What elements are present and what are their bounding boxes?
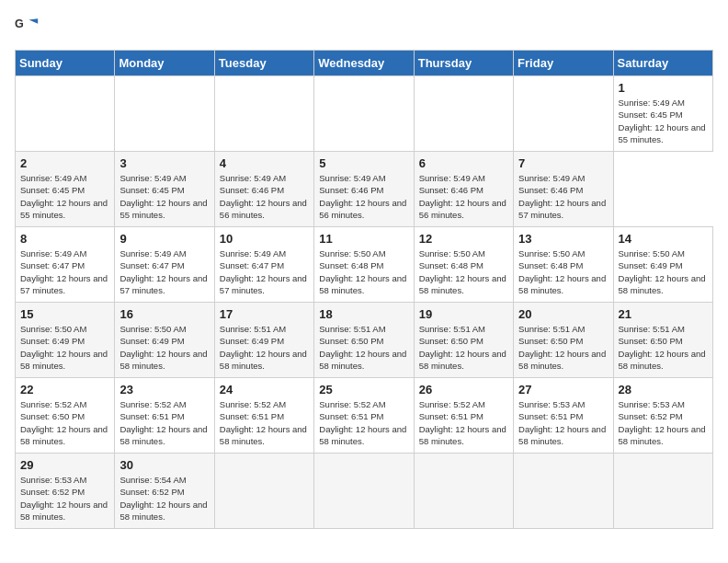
day-info: Sunrise: 5:50 AMSunset: 6:48 PMDaylight:…	[518, 248, 606, 295]
day-header-wednesday: Wednesday	[314, 51, 414, 76]
day-number: 2	[20, 156, 109, 170]
calendar-cell: 7 Sunrise: 5:49 AMSunset: 6:46 PMDayligh…	[514, 152, 613, 227]
day-info: Sunrise: 5:52 AMSunset: 6:50 PMDaylight:…	[20, 399, 108, 446]
calendar-cell	[514, 76, 613, 152]
calendar-cell: 21 Sunrise: 5:51 AMSunset: 6:50 PMDaylig…	[613, 303, 712, 378]
calendar-cell	[314, 454, 414, 529]
day-info: Sunrise: 5:49 AMSunset: 6:46 PMDaylight:…	[518, 173, 606, 220]
day-info: Sunrise: 5:51 AMSunset: 6:50 PMDaylight:…	[419, 324, 506, 371]
day-info: Sunrise: 5:53 AMSunset: 6:51 PMDaylight:…	[518, 399, 606, 446]
day-info: Sunrise: 5:51 AMSunset: 6:49 PMDaylight:…	[220, 324, 307, 371]
calendar-cell: 20 Sunrise: 5:51 AMSunset: 6:50 PMDaylig…	[514, 303, 613, 378]
day-info: Sunrise: 5:49 AMSunset: 6:46 PMDaylight:…	[220, 173, 307, 220]
calendar-cell: 15 Sunrise: 5:50 AMSunset: 6:49 PMDaylig…	[16, 303, 115, 378]
calendar-week-row: 29 Sunrise: 5:53 AMSunset: 6:52 PMDaylig…	[16, 454, 713, 529]
calendar-cell: 2 Sunrise: 5:49 AMSunset: 6:45 PMDayligh…	[16, 152, 115, 227]
calendar-cell: 9 Sunrise: 5:49 AMSunset: 6:47 PMDayligh…	[115, 227, 214, 303]
day-info: Sunrise: 5:49 AMSunset: 6:46 PMDaylight:…	[419, 173, 506, 220]
day-header-thursday: Thursday	[414, 51, 513, 76]
day-number: 12	[419, 232, 508, 246]
calendar-cell: 17 Sunrise: 5:51 AMSunset: 6:49 PMDaylig…	[214, 303, 313, 378]
day-info: Sunrise: 5:52 AMSunset: 6:51 PMDaylight:…	[419, 399, 506, 446]
calendar-week-row: 2 Sunrise: 5:49 AMSunset: 6:45 PMDayligh…	[16, 152, 713, 227]
day-number: 29	[20, 458, 109, 472]
day-info: Sunrise: 5:52 AMSunset: 6:51 PMDaylight:…	[319, 399, 406, 446]
day-info: Sunrise: 5:49 AMSunset: 6:45 PMDaylight:…	[119, 173, 207, 220]
calendar-cell	[16, 76, 115, 152]
day-number: 26	[419, 383, 508, 396]
day-header-tuesday: Tuesday	[214, 51, 313, 76]
day-number: 13	[518, 232, 608, 246]
day-info: Sunrise: 5:49 AMSunset: 6:45 PMDaylight:…	[20, 173, 108, 220]
svg-marker-1	[28, 18, 38, 24]
day-info: Sunrise: 5:51 AMSunset: 6:50 PMDaylight:…	[619, 324, 706, 371]
day-info: Sunrise: 5:53 AMSunset: 6:52 PMDaylight:…	[20, 475, 108, 522]
calendar-cell: 26 Sunrise: 5:52 AMSunset: 6:51 PMDaylig…	[414, 378, 513, 454]
calendar-cell: 3 Sunrise: 5:49 AMSunset: 6:45 PMDayligh…	[115, 152, 214, 227]
day-header-monday: Monday	[115, 51, 214, 76]
calendar-cell: 30 Sunrise: 5:54 AMSunset: 6:52 PMDaylig…	[115, 454, 214, 529]
day-number: 18	[319, 307, 408, 321]
day-number: 15	[20, 307, 109, 321]
day-number: 9	[119, 232, 209, 246]
day-number: 8	[20, 232, 109, 246]
day-number: 30	[119, 458, 209, 472]
logo-icon: G	[15, 15, 40, 40]
calendar-cell: 29 Sunrise: 5:53 AMSunset: 6:52 PMDaylig…	[16, 454, 115, 529]
day-number: 28	[619, 383, 708, 396]
day-info: Sunrise: 5:52 AMSunset: 6:51 PMDaylight:…	[119, 399, 207, 446]
day-number: 4	[220, 156, 309, 170]
day-info: Sunrise: 5:50 AMSunset: 6:48 PMDaylight:…	[419, 248, 506, 295]
day-number: 7	[518, 156, 608, 170]
day-info: Sunrise: 5:51 AMSunset: 6:50 PMDaylight:…	[518, 324, 606, 371]
calendar-table: SundayMondayTuesdayWednesdayThursdayFrid…	[15, 50, 713, 529]
day-info: Sunrise: 5:53 AMSunset: 6:52 PMDaylight:…	[619, 399, 706, 446]
day-number: 23	[119, 383, 209, 396]
day-header-friday: Friday	[514, 51, 613, 76]
calendar-week-row: 1 Sunrise: 5:49 AMSunset: 6:45 PMDayligh…	[16, 76, 713, 152]
svg-text:G: G	[15, 17, 24, 30]
calendar-cell: 8 Sunrise: 5:49 AMSunset: 6:47 PMDayligh…	[16, 227, 115, 303]
calendar-cell	[214, 76, 313, 152]
calendar-cell	[214, 454, 313, 529]
calendar-cell: 27 Sunrise: 5:53 AMSunset: 6:51 PMDaylig…	[514, 378, 613, 454]
calendar-cell	[613, 454, 712, 529]
day-number: 1	[619, 81, 708, 95]
calendar-cell: 23 Sunrise: 5:52 AMSunset: 6:51 PMDaylig…	[115, 378, 214, 454]
day-info: Sunrise: 5:52 AMSunset: 6:51 PMDaylight:…	[220, 399, 307, 446]
day-info: Sunrise: 5:49 AMSunset: 6:47 PMDaylight:…	[220, 248, 307, 295]
day-number: 14	[619, 232, 708, 246]
calendar-cell	[514, 454, 613, 529]
day-info: Sunrise: 5:50 AMSunset: 6:49 PMDaylight:…	[119, 324, 207, 371]
day-number: 19	[419, 307, 508, 321]
day-number: 3	[119, 156, 209, 170]
calendar-cell: 6 Sunrise: 5:49 AMSunset: 6:46 PMDayligh…	[414, 152, 513, 227]
calendar-cell: 1 Sunrise: 5:49 AMSunset: 6:45 PMDayligh…	[613, 76, 712, 152]
calendar-cell: 28 Sunrise: 5:53 AMSunset: 6:52 PMDaylig…	[613, 378, 712, 454]
day-number: 24	[220, 383, 309, 396]
calendar-cell: 14 Sunrise: 5:50 AMSunset: 6:49 PMDaylig…	[613, 227, 712, 303]
day-number: 21	[619, 307, 708, 321]
day-info: Sunrise: 5:49 AMSunset: 6:45 PMDaylight:…	[619, 98, 706, 144]
day-number: 10	[220, 232, 309, 246]
calendar-cell: 19 Sunrise: 5:51 AMSunset: 6:50 PMDaylig…	[414, 303, 513, 378]
calendar-cell: 4 Sunrise: 5:49 AMSunset: 6:46 PMDayligh…	[214, 152, 313, 227]
calendar-week-row: 8 Sunrise: 5:49 AMSunset: 6:47 PMDayligh…	[16, 227, 713, 303]
day-number: 11	[319, 232, 408, 246]
day-number: 22	[20, 383, 109, 396]
calendar-week-row: 15 Sunrise: 5:50 AMSunset: 6:49 PMDaylig…	[16, 303, 713, 378]
calendar-cell: 25 Sunrise: 5:52 AMSunset: 6:51 PMDaylig…	[314, 378, 414, 454]
calendar-cell	[314, 76, 414, 152]
day-info: Sunrise: 5:49 AMSunset: 6:47 PMDaylight:…	[119, 248, 207, 295]
calendar-cell	[115, 76, 214, 152]
calendar-cell: 11 Sunrise: 5:50 AMSunset: 6:48 PMDaylig…	[314, 227, 414, 303]
calendar-cell: 16 Sunrise: 5:50 AMSunset: 6:49 PMDaylig…	[115, 303, 214, 378]
day-header-saturday: Saturday	[613, 51, 712, 76]
day-info: Sunrise: 5:49 AMSunset: 6:47 PMDaylight:…	[20, 248, 108, 295]
day-number: 25	[319, 383, 408, 396]
day-info: Sunrise: 5:50 AMSunset: 6:48 PMDaylight:…	[319, 248, 406, 295]
day-info: Sunrise: 5:50 AMSunset: 6:49 PMDaylight:…	[20, 324, 108, 371]
calendar-cell: 18 Sunrise: 5:51 AMSunset: 6:50 PMDaylig…	[314, 303, 414, 378]
calendar-cell: 22 Sunrise: 5:52 AMSunset: 6:50 PMDaylig…	[16, 378, 115, 454]
day-number: 16	[119, 307, 209, 321]
